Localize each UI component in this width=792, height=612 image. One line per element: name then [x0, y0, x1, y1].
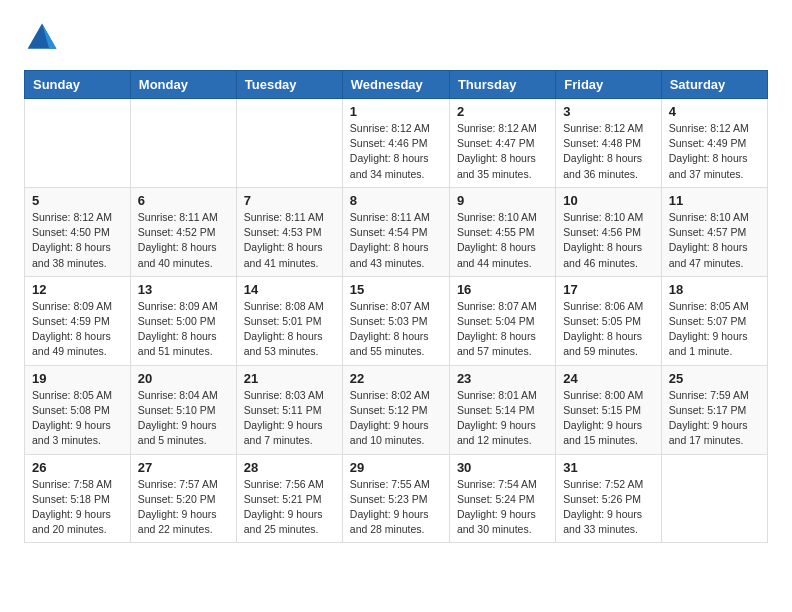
weekday-header-monday: Monday [130, 71, 236, 99]
calendar-cell: 10Sunrise: 8:10 AM Sunset: 4:56 PM Dayli… [556, 187, 661, 276]
calendar-cell: 13Sunrise: 8:09 AM Sunset: 5:00 PM Dayli… [130, 276, 236, 365]
day-info: Sunrise: 8:12 AM Sunset: 4:49 PM Dayligh… [669, 121, 760, 182]
day-number: 9 [457, 193, 548, 208]
calendar-week-4: 19Sunrise: 8:05 AM Sunset: 5:08 PM Dayli… [25, 365, 768, 454]
weekday-header-sunday: Sunday [25, 71, 131, 99]
day-number: 3 [563, 104, 653, 119]
calendar-week-2: 5Sunrise: 8:12 AM Sunset: 4:50 PM Daylig… [25, 187, 768, 276]
calendar-cell [25, 99, 131, 188]
logo-icon [24, 20, 60, 56]
calendar-cell: 14Sunrise: 8:08 AM Sunset: 5:01 PM Dayli… [236, 276, 342, 365]
day-info: Sunrise: 8:07 AM Sunset: 5:03 PM Dayligh… [350, 299, 442, 360]
weekday-header-wednesday: Wednesday [342, 71, 449, 99]
day-info: Sunrise: 8:10 AM Sunset: 4:57 PM Dayligh… [669, 210, 760, 271]
calendar-table: SundayMondayTuesdayWednesdayThursdayFrid… [24, 70, 768, 543]
calendar-cell: 5Sunrise: 8:12 AM Sunset: 4:50 PM Daylig… [25, 187, 131, 276]
day-number: 28 [244, 460, 335, 475]
weekday-header-saturday: Saturday [661, 71, 767, 99]
day-info: Sunrise: 8:01 AM Sunset: 5:14 PM Dayligh… [457, 388, 548, 449]
calendar-cell: 7Sunrise: 8:11 AM Sunset: 4:53 PM Daylig… [236, 187, 342, 276]
calendar-cell [130, 99, 236, 188]
day-info: Sunrise: 8:06 AM Sunset: 5:05 PM Dayligh… [563, 299, 653, 360]
calendar-cell: 15Sunrise: 8:07 AM Sunset: 5:03 PM Dayli… [342, 276, 449, 365]
day-number: 4 [669, 104, 760, 119]
day-number: 26 [32, 460, 123, 475]
calendar-cell: 31Sunrise: 7:52 AM Sunset: 5:26 PM Dayli… [556, 454, 661, 543]
calendar-cell: 17Sunrise: 8:06 AM Sunset: 5:05 PM Dayli… [556, 276, 661, 365]
day-number: 30 [457, 460, 548, 475]
calendar-page: SundayMondayTuesdayWednesdayThursdayFrid… [0, 0, 792, 563]
calendar-cell: 8Sunrise: 8:11 AM Sunset: 4:54 PM Daylig… [342, 187, 449, 276]
day-number: 23 [457, 371, 548, 386]
calendar-cell: 11Sunrise: 8:10 AM Sunset: 4:57 PM Dayli… [661, 187, 767, 276]
day-info: Sunrise: 8:11 AM Sunset: 4:54 PM Dayligh… [350, 210, 442, 271]
weekday-header-tuesday: Tuesday [236, 71, 342, 99]
day-info: Sunrise: 8:12 AM Sunset: 4:50 PM Dayligh… [32, 210, 123, 271]
calendar-cell: 6Sunrise: 8:11 AM Sunset: 4:52 PM Daylig… [130, 187, 236, 276]
day-number: 6 [138, 193, 229, 208]
day-number: 7 [244, 193, 335, 208]
day-number: 24 [563, 371, 653, 386]
day-info: Sunrise: 8:00 AM Sunset: 5:15 PM Dayligh… [563, 388, 653, 449]
logo [24, 20, 64, 56]
day-number: 11 [669, 193, 760, 208]
day-info: Sunrise: 8:12 AM Sunset: 4:47 PM Dayligh… [457, 121, 548, 182]
day-info: Sunrise: 8:07 AM Sunset: 5:04 PM Dayligh… [457, 299, 548, 360]
day-number: 12 [32, 282, 123, 297]
day-number: 29 [350, 460, 442, 475]
day-number: 19 [32, 371, 123, 386]
calendar-week-1: 1Sunrise: 8:12 AM Sunset: 4:46 PM Daylig… [25, 99, 768, 188]
day-info: Sunrise: 8:04 AM Sunset: 5:10 PM Dayligh… [138, 388, 229, 449]
calendar-cell [661, 454, 767, 543]
weekday-header-friday: Friday [556, 71, 661, 99]
page-header [24, 20, 768, 56]
day-info: Sunrise: 8:05 AM Sunset: 5:07 PM Dayligh… [669, 299, 760, 360]
calendar-cell [236, 99, 342, 188]
calendar-cell: 22Sunrise: 8:02 AM Sunset: 5:12 PM Dayli… [342, 365, 449, 454]
day-number: 21 [244, 371, 335, 386]
calendar-cell: 21Sunrise: 8:03 AM Sunset: 5:11 PM Dayli… [236, 365, 342, 454]
day-number: 2 [457, 104, 548, 119]
day-info: Sunrise: 7:57 AM Sunset: 5:20 PM Dayligh… [138, 477, 229, 538]
calendar-cell: 23Sunrise: 8:01 AM Sunset: 5:14 PM Dayli… [449, 365, 555, 454]
day-number: 14 [244, 282, 335, 297]
weekday-header-row: SundayMondayTuesdayWednesdayThursdayFrid… [25, 71, 768, 99]
day-number: 22 [350, 371, 442, 386]
day-number: 16 [457, 282, 548, 297]
day-number: 15 [350, 282, 442, 297]
day-number: 10 [563, 193, 653, 208]
day-info: Sunrise: 8:10 AM Sunset: 4:55 PM Dayligh… [457, 210, 548, 271]
calendar-cell: 20Sunrise: 8:04 AM Sunset: 5:10 PM Dayli… [130, 365, 236, 454]
day-info: Sunrise: 8:11 AM Sunset: 4:53 PM Dayligh… [244, 210, 335, 271]
day-number: 5 [32, 193, 123, 208]
calendar-cell: 28Sunrise: 7:56 AM Sunset: 5:21 PM Dayli… [236, 454, 342, 543]
day-info: Sunrise: 7:59 AM Sunset: 5:17 PM Dayligh… [669, 388, 760, 449]
day-info: Sunrise: 8:11 AM Sunset: 4:52 PM Dayligh… [138, 210, 229, 271]
day-info: Sunrise: 7:58 AM Sunset: 5:18 PM Dayligh… [32, 477, 123, 538]
day-number: 13 [138, 282, 229, 297]
calendar-cell: 3Sunrise: 8:12 AM Sunset: 4:48 PM Daylig… [556, 99, 661, 188]
day-number: 25 [669, 371, 760, 386]
day-info: Sunrise: 8:05 AM Sunset: 5:08 PM Dayligh… [32, 388, 123, 449]
day-info: Sunrise: 8:09 AM Sunset: 4:59 PM Dayligh… [32, 299, 123, 360]
calendar-cell: 30Sunrise: 7:54 AM Sunset: 5:24 PM Dayli… [449, 454, 555, 543]
day-number: 18 [669, 282, 760, 297]
weekday-header-thursday: Thursday [449, 71, 555, 99]
calendar-cell: 4Sunrise: 8:12 AM Sunset: 4:49 PM Daylig… [661, 99, 767, 188]
day-info: Sunrise: 8:09 AM Sunset: 5:00 PM Dayligh… [138, 299, 229, 360]
day-info: Sunrise: 8:02 AM Sunset: 5:12 PM Dayligh… [350, 388, 442, 449]
calendar-cell: 24Sunrise: 8:00 AM Sunset: 5:15 PM Dayli… [556, 365, 661, 454]
day-number: 27 [138, 460, 229, 475]
calendar-cell: 29Sunrise: 7:55 AM Sunset: 5:23 PM Dayli… [342, 454, 449, 543]
day-number: 1 [350, 104, 442, 119]
calendar-cell: 2Sunrise: 8:12 AM Sunset: 4:47 PM Daylig… [449, 99, 555, 188]
day-info: Sunrise: 7:52 AM Sunset: 5:26 PM Dayligh… [563, 477, 653, 538]
day-info: Sunrise: 8:03 AM Sunset: 5:11 PM Dayligh… [244, 388, 335, 449]
day-number: 31 [563, 460, 653, 475]
calendar-cell: 16Sunrise: 8:07 AM Sunset: 5:04 PM Dayli… [449, 276, 555, 365]
calendar-cell: 1Sunrise: 8:12 AM Sunset: 4:46 PM Daylig… [342, 99, 449, 188]
calendar-cell: 12Sunrise: 8:09 AM Sunset: 4:59 PM Dayli… [25, 276, 131, 365]
day-info: Sunrise: 8:08 AM Sunset: 5:01 PM Dayligh… [244, 299, 335, 360]
day-info: Sunrise: 7:56 AM Sunset: 5:21 PM Dayligh… [244, 477, 335, 538]
calendar-cell: 9Sunrise: 8:10 AM Sunset: 4:55 PM Daylig… [449, 187, 555, 276]
